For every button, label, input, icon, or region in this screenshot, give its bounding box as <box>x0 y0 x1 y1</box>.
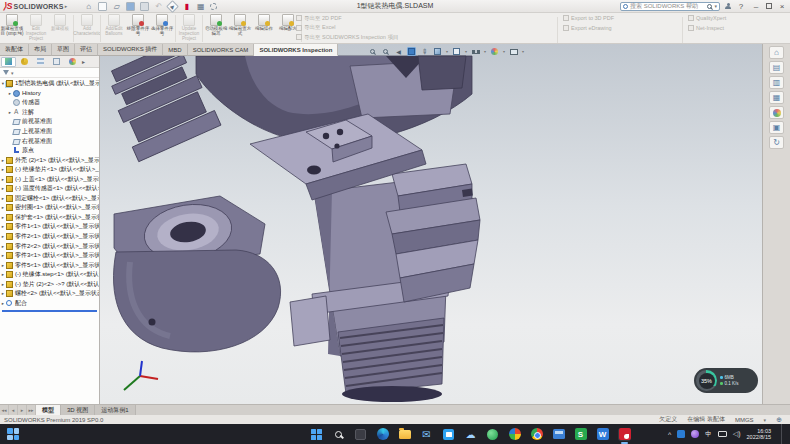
edge-icon[interactable] <box>376 428 389 441</box>
tree-item[interactable]: ▸(-) 绝缘垫片<1> (默认<<默认>_显 <box>0 165 99 175</box>
feature-tree[interactable]: ▾ 1型铠装热电偶 (默认<默认_显示状态-1 ▸History 传感器 ▸注解… <box>0 78 99 312</box>
task-view-icon[interactable] <box>354 428 367 441</box>
start-button[interactable] <box>310 428 323 441</box>
tab-3d-views[interactable]: 3D 视图 <box>61 405 95 415</box>
s-app-icon[interactable]: S <box>574 428 587 441</box>
tree-item[interactable]: ▸注解 <box>0 108 99 118</box>
tree-item[interactable]: 上视基准面 <box>0 127 99 137</box>
apply-scene-icon[interactable] <box>509 47 518 56</box>
edit-appearance-icon[interactable] <box>490 47 499 56</box>
onedrive-icon[interactable] <box>677 430 685 438</box>
tree-item[interactable]: ▸零件3<1> (默认<<默认>_显示状 <box>0 251 99 261</box>
tree-item[interactable]: ▸(-) 上盖<1> (默认<<默认>_显示状 <box>0 174 99 184</box>
property-manager-tab[interactable] <box>17 57 32 67</box>
tree-item[interactable]: ▸(-) 温度传感器<1> (默认<<默认>_ <box>0 184 99 194</box>
hide-show-items-icon[interactable] <box>471 47 480 56</box>
solidworks-taskbar-icon[interactable] <box>618 428 631 441</box>
file-explorer-taskbar-icon[interactable] <box>398 428 411 441</box>
configuration-manager-tab[interactable] <box>33 57 48 67</box>
tab-layout[interactable]: 布局 <box>29 44 52 56</box>
dimxpert-manager-tab[interactable] <box>49 57 64 67</box>
show-desktop-button[interactable] <box>781 424 784 444</box>
panel-tab-overflow-icon[interactable]: ▸ <box>82 58 85 65</box>
zoom-to-area-icon[interactable] <box>381 47 390 56</box>
tab-addins[interactable]: SOLIDWORKS 插件 <box>98 44 163 56</box>
units-dropdown-icon[interactable]: ▾ <box>764 417 767 423</box>
microsoft-store-icon[interactable] <box>442 428 455 441</box>
tree-filter[interactable]: ▾ <box>0 68 99 78</box>
tree-item[interactable]: 右视基准面 <box>0 136 99 146</box>
logo-expand-icon[interactable]: ▸ <box>65 3 68 9</box>
save-icon[interactable] <box>126 2 135 11</box>
search-icon[interactable] <box>707 4 712 9</box>
screen-recorder-overlay[interactable]: 35% 6MB 0.1 K/s <box>694 368 758 393</box>
tree-item[interactable]: ▸(-) 绝缘体.step<1> (默认<<默认> <box>0 270 99 280</box>
tree-item[interactable]: ▸零件1<1> (默认<<默认>_显示状态 <box>0 222 99 232</box>
tray-expand-icon[interactable]: ^ <box>668 431 671 438</box>
wps-icon[interactable]: W <box>596 428 609 441</box>
minimize-button[interactable]: – <box>751 2 761 11</box>
restore-button[interactable] <box>766 3 772 9</box>
select-arrow-icon[interactable]: ▸ <box>166 0 179 12</box>
scene-dropdown-icon[interactable]: ▾ <box>522 49 524 54</box>
tab-scroll-left-icon[interactable]: ◂ <box>9 405 18 415</box>
login-user-icon[interactable] <box>725 3 731 9</box>
file-explorer-icon[interactable]: ▥ <box>769 76 784 89</box>
cad-model[interactable] <box>100 44 762 404</box>
globe-icon[interactable]: ⊕ <box>776 416 782 424</box>
display-manager-tab[interactable] <box>65 57 80 67</box>
tab-mbd[interactable]: MBD <box>163 44 187 56</box>
forum-icon[interactable]: ↻ <box>769 136 784 149</box>
help-button[interactable]: ? <box>736 2 746 11</box>
new-document-icon[interactable] <box>98 2 107 11</box>
options-gear-icon[interactable] <box>210 3 217 10</box>
chrome-icon[interactable] <box>530 428 543 441</box>
tab-model[interactable]: 模型 <box>36 405 61 415</box>
tree-item[interactable]: 前视基准面 <box>0 117 99 127</box>
dynamic-annotation-view-icon[interactable]: ✎ <box>418 45 431 58</box>
appearance-dropdown-icon[interactable]: ▾ <box>503 49 505 54</box>
previous-view-icon[interactable]: ◀ <box>394 47 403 56</box>
display-style-dropdown-icon[interactable]: ▾ <box>465 49 467 54</box>
cloud-app-icon[interactable]: ☁ <box>464 428 477 441</box>
ime-indicator[interactable]: 中 <box>705 430 712 439</box>
tree-item[interactable]: ▸保护套<1> (默认<<默认>_显示状 <box>0 213 99 223</box>
remote-app-icon[interactable] <box>552 428 565 441</box>
tab-scroll-first-icon[interactable]: ◂◂ <box>0 405 9 415</box>
zoom-to-fit-icon[interactable] <box>368 47 377 56</box>
edit-operations-button[interactable]: 编辑操作 <box>252 13 276 44</box>
tree-item[interactable]: 原点 <box>0 146 99 156</box>
tree-item[interactable]: ▸零件5<1> (默认<<默认>_显示状 <box>0 260 99 270</box>
tab-solidworks-inspection[interactable]: SOLIDWORKS Inspection <box>254 44 338 56</box>
tree-item[interactable]: ▸零件2<2> (默认<<默认>_显示状 <box>0 241 99 251</box>
graphics-viewport[interactable] <box>100 44 762 404</box>
browser-360-icon[interactable] <box>508 428 521 441</box>
tree-item[interactable]: ▸外壳 (2)<1> (默认<<默认>_显示状 <box>0 155 99 165</box>
view-palette-icon[interactable]: ▦ <box>769 91 784 104</box>
search-dropdown-icon[interactable]: ▾ <box>714 3 717 9</box>
remove-balloons-button[interactable]: 移除零件序号 <box>126 13 150 44</box>
tab-solidworks-cam[interactable]: SOLIDWORKS CAM <box>188 44 255 56</box>
tree-item[interactable]: ▸(-) 垫片 (2)<2> ->? (默认<<默认> <box>0 279 99 289</box>
tree-item[interactable]: ▸固定螺栓<1> (默认<<默认>_显示 <box>0 194 99 204</box>
rollback-bar[interactable] <box>2 310 97 312</box>
display-style-icon[interactable] <box>452 47 461 56</box>
tab-scroll-last-icon[interactable]: ▸▸ <box>27 405 36 415</box>
tree-item[interactable]: ▸密封圈<1> (默认<<默认>_显示状 <box>0 203 99 213</box>
widgets-icon[interactable] <box>7 428 19 440</box>
tree-item[interactable]: ▸螺栓<2> (默认<<默认>_显示状态 <box>0 289 99 299</box>
section-view-icon[interactable] <box>407 47 416 56</box>
print-icon[interactable] <box>140 2 149 11</box>
appearances-scenes-icon[interactable] <box>769 106 784 119</box>
tab-evaluate[interactable]: 评估 <box>75 44 98 56</box>
view-orientation-dropdown-icon[interactable]: ▾ <box>446 49 448 54</box>
edit-inspection-methods-button[interactable]: 编辑检查方式 <box>228 13 252 44</box>
green-app-icon[interactable] <box>486 428 499 441</box>
taskbar-clock[interactable]: 16:03 2022/8/15 <box>747 428 771 441</box>
network-display-icon[interactable] <box>718 431 727 437</box>
tab-motion-study[interactable]: 运动算例1 <box>95 405 135 415</box>
view-orientation-icon[interactable] <box>433 47 442 56</box>
taskbar-search-icon[interactable] <box>332 428 345 441</box>
close-button[interactable]: × <box>777 2 787 11</box>
tree-root[interactable]: ▾ 1型铠装热电偶 (默认<默认_显示状态-1 <box>0 79 99 89</box>
